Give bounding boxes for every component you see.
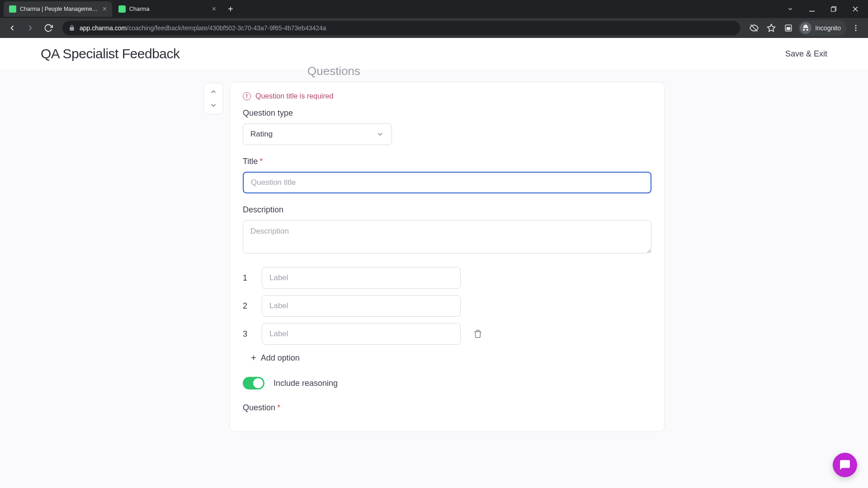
option-label-input[interactable] xyxy=(262,267,461,289)
svg-point-11 xyxy=(855,30,857,31)
new-tab-button[interactable]: + xyxy=(222,4,239,14)
page-body: QA Specialist Feedback Save & Exit Quest… xyxy=(0,38,868,488)
question-title-input[interactable] xyxy=(243,172,651,193)
option-number: 2 xyxy=(243,301,251,311)
reasoning-label: Include reasoning xyxy=(274,379,338,388)
delete-option-button[interactable] xyxy=(473,329,482,338)
include-reasoning-row: Include reasoning xyxy=(243,377,651,389)
close-window-button[interactable] xyxy=(846,1,864,17)
browser-toolbar: app.charma.com/coaching/feedback/templat… xyxy=(0,18,868,38)
browser-tab[interactable]: Charma | People Management S × xyxy=(4,1,112,17)
minimize-button[interactable] xyxy=(803,1,821,17)
tab-favicon-icon xyxy=(9,5,16,13)
tab-dropdown-button[interactable] xyxy=(781,1,799,17)
close-icon[interactable]: × xyxy=(103,5,107,13)
maximize-button[interactable] xyxy=(825,1,843,17)
question-type-select[interactable]: Rating xyxy=(243,123,392,145)
window-controls xyxy=(781,1,864,17)
rating-option-row: 3 xyxy=(243,323,651,345)
validation-error: ! Question title is required xyxy=(243,92,651,100)
required-indicator: * xyxy=(259,157,263,166)
incognito-badge[interactable]: Incognito xyxy=(798,20,846,36)
back-button[interactable] xyxy=(5,20,20,36)
chevron-down-icon xyxy=(376,130,384,138)
address-bar[interactable]: app.charma.com/coaching/feedback/templat… xyxy=(62,21,740,35)
move-down-button[interactable] xyxy=(209,99,217,112)
option-number: 3 xyxy=(243,329,251,339)
add-option-button[interactable]: + Add option xyxy=(251,353,651,363)
tracking-blocked-icon[interactable] xyxy=(746,20,762,36)
include-reasoning-toggle[interactable] xyxy=(243,377,264,389)
question-card: ! Question title is required Question ty… xyxy=(230,82,665,432)
svg-rect-2 xyxy=(831,8,835,12)
browser-tab[interactable]: Charma × xyxy=(113,1,222,17)
menu-button[interactable] xyxy=(848,20,863,36)
svg-point-9 xyxy=(855,25,857,26)
svg-rect-0 xyxy=(809,11,815,12)
question-description-input[interactable] xyxy=(243,220,651,253)
bookmark-icon[interactable] xyxy=(764,20,779,36)
question-type-select-wrapper: Rating xyxy=(243,123,392,145)
question-type-label: Question type xyxy=(243,108,651,118)
required-indicator: * xyxy=(277,403,280,412)
tab-bar: Charma | People Management S × Charma × … xyxy=(0,0,868,18)
title-label: Title* xyxy=(243,157,651,166)
move-up-button[interactable] xyxy=(209,85,217,98)
description-label: Description xyxy=(243,205,651,215)
tab-favicon-icon xyxy=(118,5,126,13)
plus-icon: + xyxy=(251,353,256,363)
toolbar-actions: Incognito xyxy=(746,20,863,36)
section-heading: Questions xyxy=(203,64,665,82)
option-number: 1 xyxy=(243,273,251,283)
rating-option-row: 2 xyxy=(243,295,651,317)
toggle-knob xyxy=(253,378,263,388)
question-type-value: Rating xyxy=(250,130,273,139)
close-icon[interactable]: × xyxy=(212,5,216,13)
error-text: Question title is required xyxy=(255,92,334,100)
save-exit-button[interactable]: Save & Exit xyxy=(785,49,827,59)
forward-button[interactable] xyxy=(23,20,38,36)
browser-chrome: Charma | People Management S × Charma × … xyxy=(0,0,868,38)
question-block: ! Question title is required Question ty… xyxy=(203,82,665,432)
tab-title: Charma xyxy=(129,6,208,12)
incognito-icon xyxy=(800,22,811,34)
tab-title: Charma | People Management S xyxy=(20,6,99,12)
content-wrapper: Questions ! Question title is required Q… xyxy=(163,64,705,477)
lock-icon xyxy=(69,25,75,31)
url-text: app.charma.com/coaching/feedback/templat… xyxy=(80,24,326,32)
alert-icon: ! xyxy=(243,92,251,100)
reload-button[interactable] xyxy=(41,20,56,36)
svg-rect-8 xyxy=(787,28,790,30)
page-title: QA Specialist Feedback xyxy=(41,46,180,61)
install-app-icon[interactable] xyxy=(781,20,796,36)
incognito-label: Incognito xyxy=(815,24,841,32)
next-question-label: Question* xyxy=(243,403,651,413)
reorder-controls xyxy=(203,83,223,114)
svg-point-10 xyxy=(855,28,857,29)
add-option-label: Add option xyxy=(261,353,300,363)
rating-option-row: 1 xyxy=(243,267,651,289)
option-label-input[interactable] xyxy=(262,323,461,345)
option-label-input[interactable] xyxy=(262,295,461,317)
svg-marker-6 xyxy=(768,24,775,32)
chat-support-button[interactable] xyxy=(833,453,857,477)
